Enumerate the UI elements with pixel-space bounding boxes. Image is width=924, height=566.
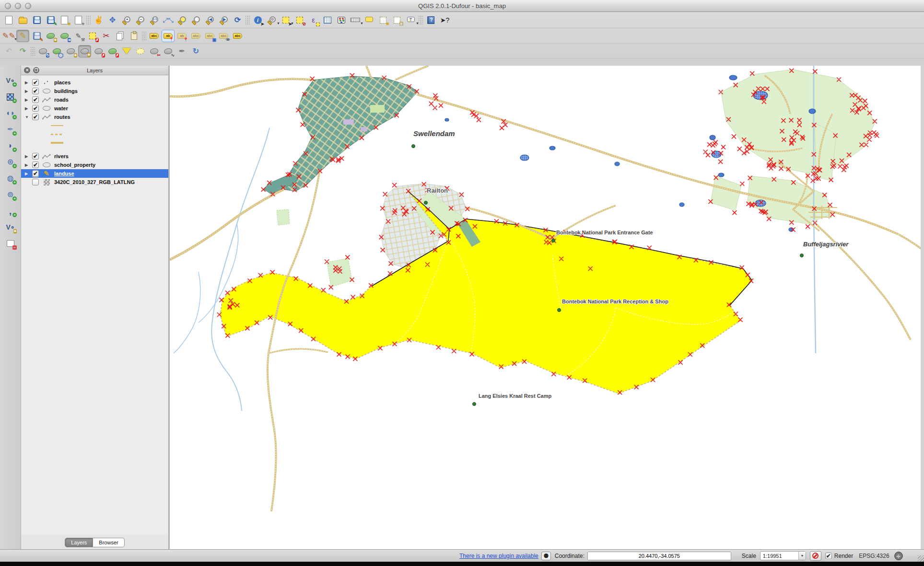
render-toggle[interactable]: ✔ Render — [825, 553, 853, 559]
layer-item-landuse[interactable]: ▶✔✎landuse — [21, 169, 168, 178]
close-window-button[interactable] — [5, 3, 11, 9]
layer-item-water[interactable]: ▶✔water — [21, 104, 168, 113]
layer-visibility-checkbox[interactable]: ✔ — [32, 162, 39, 168]
composer-manager-button[interactable]: ✦ — [72, 14, 85, 26]
zoom-to-layer-button[interactable] — [189, 14, 202, 26]
expand-arrow-icon[interactable]: ▶ — [25, 163, 30, 167]
panel-close-icon[interactable]: ✕ — [24, 67, 30, 73]
help-button[interactable]: ? — [424, 14, 437, 26]
zoom-to-selection-button[interactable] — [175, 14, 188, 26]
labeling-options-button[interactable]: abc — [148, 30, 161, 42]
layer-visibility-checkbox[interactable]: ✔ — [32, 96, 39, 103]
minimize-window-button[interactable] — [15, 3, 21, 9]
deselect-all-button[interactable]: ⊘ — [293, 14, 306, 26]
rotate-feature-button[interactable]: ↻ — [36, 45, 49, 58]
node-tool-button[interactable]: ✎⚒ — [72, 30, 85, 42]
layer-item-routes[interactable]: ▼✔routes — [21, 113, 168, 121]
coordinate-input[interactable] — [587, 552, 731, 560]
field-calculator-button[interactable] — [335, 14, 348, 26]
zoom-in-button[interactable]: + — [120, 14, 133, 26]
simplify-feature-button[interactable]: ⬡ — [50, 45, 63, 58]
add-raster-layer-button[interactable]: + — [4, 91, 17, 103]
new-print-composer-button[interactable]: ✳ — [58, 14, 71, 26]
resize-grip[interactable] — [918, 555, 924, 562]
layer-visibility-checkbox[interactable]: ✔ — [32, 114, 39, 120]
map-tips-button[interactable] — [363, 14, 375, 26]
add-wfs-layer-button[interactable]: ⊚+ — [4, 188, 17, 201]
panel-detach-icon[interactable]: ❐ — [33, 67, 39, 73]
attribute-table-button[interactable] — [321, 14, 334, 26]
select-expression-button[interactable]: ε — [307, 14, 320, 26]
delete-ring-button[interactable]: ✗ — [92, 45, 105, 58]
zoom-full-button[interactable]: ⤢⤡ — [162, 14, 175, 26]
scale-dropdown-icon[interactable]: ▼ — [798, 552, 806, 560]
toggle-editing-button[interactable]: ✎ — [16, 30, 29, 42]
save-project-button[interactable] — [30, 14, 43, 26]
add-delimited-text-layer-button[interactable]: ,+ — [4, 205, 17, 217]
zoom-native-button[interactable]: 1:1 — [148, 14, 161, 26]
paste-features-button[interactable] — [128, 30, 140, 42]
expand-arrow-icon[interactable]: ▶ — [25, 98, 30, 102]
highlight-pinned-labels-button[interactable]: ab📍 — [175, 30, 188, 42]
open-project-button[interactable] — [16, 14, 29, 26]
zoom-out-button[interactable]: − — [134, 14, 147, 26]
save-edits-button[interactable]: ✎ — [30, 30, 43, 42]
show-hide-labels-button[interactable]: abc👁 — [217, 30, 230, 42]
layer-visibility-checkbox[interactable]: ✔ — [32, 153, 39, 160]
plugin-icon[interactable]: ⚉ — [541, 552, 551, 560]
layer-visibility-checkbox[interactable]: ✔ — [32, 105, 39, 112]
layer-item-buildings[interactable]: ▶✔buildings — [21, 87, 168, 95]
add-wcs-layer-button[interactable]: ◍+ — [4, 172, 17, 185]
add-part-button[interactable]: ✳ — [78, 45, 91, 58]
zoom-next-button[interactable]: ▶ — [217, 14, 230, 26]
merge-features-button[interactable]: ✒ — [175, 45, 188, 58]
copy-features-button[interactable] — [114, 30, 127, 42]
titlebar[interactable]: QGIS 2.0.1-Dufour - basic_map — [0, 0, 924, 12]
layer-item-places[interactable]: ▶✔places — [21, 78, 168, 87]
expand-arrow-icon[interactable]: ▼ — [25, 115, 30, 119]
layer-visibility-checkbox[interactable]: ✔ — [32, 170, 39, 177]
pan-map-button[interactable]: ✌ — [92, 14, 105, 26]
pan-to-selection-button[interactable]: ✥ — [106, 14, 119, 26]
new-bookmark-button[interactable]: ✳ — [376, 14, 389, 26]
map-canvas[interactable]: SwellendamRailtonBontebok National Park … — [169, 66, 921, 549]
add-ring-button[interactable]: ✳ — [64, 45, 77, 58]
add-wms-layer-button[interactable]: ⊛+ — [4, 156, 17, 168]
pin-labels-button[interactable]: ab📍 — [162, 30, 175, 42]
scale-combo[interactable]: 1:19951 ▼ — [760, 551, 806, 560]
add-feature-button[interactable]: ✳ — [44, 30, 57, 42]
rotate-label-button[interactable]: abc▣ — [203, 30, 216, 42]
delete-selected-button[interactable]: ✗ — [86, 30, 99, 42]
split-parts-button[interactable]: ∿ — [162, 45, 175, 58]
cut-features-button[interactable]: ✂ — [100, 30, 113, 42]
add-mssql-layer-button[interactable]: ◗+ — [4, 139, 17, 152]
add-spatialite-layer-button[interactable]: ✒+ — [4, 123, 17, 136]
move-feature-button[interactable]: ➜ — [58, 30, 71, 42]
whats-this-button[interactable]: ➤? — [438, 14, 451, 26]
new-project-button[interactable] — [2, 14, 15, 26]
layer-visibility-checkbox[interactable] — [32, 179, 39, 185]
show-bookmarks-button[interactable]: ❐ — [390, 14, 403, 26]
render-checkbox[interactable]: ✔ — [825, 553, 832, 559]
layer-item-rivers[interactable]: ▶✔rivers — [21, 152, 168, 161]
select-rectangle-button[interactable]: ➤▼ — [279, 14, 292, 26]
tab-browser[interactable]: Browser — [93, 538, 124, 547]
layer-visibility-checkbox[interactable]: ✔ — [32, 79, 39, 86]
expand-arrow-icon[interactable]: ▶ — [25, 154, 30, 159]
layer-item-roads[interactable]: ▶✔roads — [21, 95, 168, 104]
delete-part-button[interactable]: ✗ — [106, 45, 119, 58]
expand-arrow-icon[interactable]: ▶ — [25, 172, 30, 176]
layer-item-school_property[interactable]: ▶✔school_property — [21, 161, 168, 169]
change-label-properties-button[interactable]: abc — [231, 30, 244, 42]
remove-layer-button[interactable]: − — [4, 237, 17, 250]
new-shapefile-layer-button[interactable]: V∘✳ — [4, 221, 17, 233]
move-label-button[interactable]: abc — [189, 30, 202, 42]
expand-arrow-icon[interactable]: ▶ — [25, 81, 30, 85]
stop-render-button[interactable] — [810, 551, 821, 561]
add-vector-layer-button[interactable]: V∘+ — [4, 74, 17, 87]
save-project-as-button[interactable]: ✎ — [44, 14, 57, 26]
measure-button[interactable]: ▼ — [349, 14, 362, 26]
offset-curve-button[interactable] — [134, 45, 147, 58]
tab-layers[interactable]: Layers — [65, 538, 93, 547]
zoom-last-button[interactable]: ◀ — [203, 14, 216, 26]
